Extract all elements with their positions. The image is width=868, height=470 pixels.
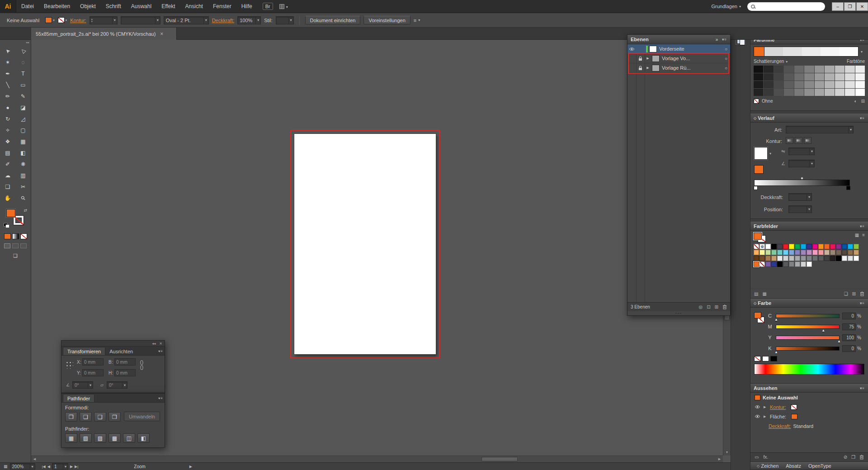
new-swatch-icon[interactable]: ⊞ bbox=[852, 291, 856, 296]
swatch[interactable]: ⊕ bbox=[760, 244, 765, 249]
collapse-icon[interactable]: ◇ bbox=[754, 301, 756, 305]
screen-mode-button[interactable]: ❏ bbox=[11, 253, 19, 259]
width-tool[interactable]: ✧ bbox=[0, 124, 15, 136]
gradient-header[interactable]: ◇ Verlauf ▾≡ bbox=[750, 114, 868, 123]
harmony-swatch[interactable] bbox=[783, 47, 802, 56]
stroke-weight-select[interactable] bbox=[90, 16, 118, 24]
swatch[interactable] bbox=[771, 261, 777, 267]
tab-zeichen[interactable]: ◇Zeichen bbox=[753, 463, 782, 469]
swatches-header[interactable]: Farbfelder ▾≡ bbox=[750, 222, 868, 231]
swatch[interactable] bbox=[789, 250, 794, 255]
close-panel-icon[interactable]: ✕ bbox=[159, 342, 162, 346]
disclosure-icon[interactable]: ▶ bbox=[645, 66, 651, 70]
channel-value-input[interactable]: 100 bbox=[842, 334, 856, 341]
variation-swatch[interactable] bbox=[804, 66, 814, 73]
variation-swatch[interactable] bbox=[835, 89, 844, 96]
brush-select[interactable]: Oval - 2 Pt. bbox=[164, 16, 209, 24]
swatch[interactable] bbox=[795, 244, 800, 249]
shape-mode-button-3[interactable]: ❒ bbox=[108, 412, 121, 422]
swatch[interactable] bbox=[783, 250, 788, 255]
swatch[interactable] bbox=[848, 256, 853, 261]
swatch[interactable] bbox=[842, 244, 847, 249]
gradient-button[interactable] bbox=[12, 233, 19, 239]
height-input[interactable]: 0 mm bbox=[114, 369, 136, 376]
disclosure-icon[interactable]: ▶ bbox=[764, 415, 768, 418]
slider-thumb[interactable]: ▲ bbox=[837, 339, 841, 343]
opacity-link[interactable]: Deckkraft: bbox=[212, 18, 235, 23]
menu-schrift[interactable]: Schrift bbox=[101, 0, 126, 13]
symbol-sprayer-tool[interactable]: ☁ bbox=[0, 170, 15, 181]
appearance-fill-row[interactable]: ▶ Fläche: bbox=[750, 412, 868, 421]
gradient-tool[interactable]: ◧ bbox=[15, 147, 31, 158]
variation-swatch[interactable] bbox=[815, 89, 824, 96]
variation-swatch[interactable] bbox=[794, 66, 804, 73]
aspect-ratio-select[interactable] bbox=[788, 160, 815, 167]
disclosure-icon[interactable]: ▶ bbox=[764, 405, 768, 409]
panel-menu-icon[interactable]: ▾≡ bbox=[722, 38, 727, 42]
swatch[interactable] bbox=[807, 256, 812, 261]
reverse-gradient-icon[interactable]: ⇋ bbox=[781, 149, 785, 154]
lock-toggle[interactable] bbox=[636, 44, 645, 53]
harmony-strip[interactable] bbox=[764, 47, 859, 57]
swatch[interactable] bbox=[789, 261, 794, 267]
pencil-tool[interactable]: ✎ bbox=[15, 90, 31, 102]
swatch[interactable] bbox=[842, 250, 847, 255]
artboard[interactable] bbox=[294, 134, 436, 354]
shear-select[interactable]: 0° bbox=[107, 381, 127, 389]
clear-appearance-icon[interactable]: ⊘ bbox=[844, 455, 847, 460]
swatch[interactable] bbox=[760, 250, 765, 255]
swatch[interactable] bbox=[836, 256, 841, 261]
pathfinder-button-4[interactable]: ◫ bbox=[123, 433, 135, 443]
artboard-select[interactable]: 1 bbox=[52, 463, 68, 470]
artboard-tool[interactable]: ❏ bbox=[0, 181, 15, 192]
horizontal-scroll-thumb[interactable] bbox=[481, 457, 518, 461]
swatch[interactable] bbox=[801, 256, 806, 261]
harmony-swatch[interactable] bbox=[821, 47, 839, 56]
swatch[interactable] bbox=[765, 261, 771, 267]
swatch[interactable] bbox=[824, 250, 830, 255]
variation-swatch[interactable] bbox=[804, 89, 814, 96]
new-effect-icon[interactable]: fx. bbox=[763, 455, 768, 460]
none-button[interactable] bbox=[20, 233, 27, 239]
y-input[interactable]: 0 mm bbox=[82, 369, 104, 376]
variation-swatch[interactable] bbox=[754, 89, 763, 96]
visibility-eye-icon[interactable] bbox=[755, 414, 761, 418]
shape-mode-button-0[interactable]: ❐ bbox=[65, 412, 77, 422]
fill-proxy[interactable] bbox=[6, 209, 15, 217]
selection-tool[interactable]: ➤ bbox=[0, 45, 15, 57]
menu-datei[interactable]: Datei bbox=[16, 0, 39, 13]
swatch[interactable] bbox=[771, 256, 777, 261]
swatch[interactable] bbox=[836, 250, 841, 255]
mesh-tool[interactable]: ▤ bbox=[0, 147, 15, 158]
variation-swatch[interactable] bbox=[754, 81, 763, 88]
menu-ansicht[interactable]: Ansicht bbox=[180, 0, 208, 13]
opacity-link[interactable]: Deckkraft: bbox=[769, 423, 791, 429]
close-button[interactable]: ✕ bbox=[856, 2, 868, 11]
swatch[interactable] bbox=[777, 261, 783, 267]
variation-swatch[interactable] bbox=[764, 66, 773, 73]
new-sublayer-icon[interactable]: ⊡ bbox=[707, 304, 710, 309]
variation-swatch[interactable] bbox=[784, 66, 793, 73]
shape-mode-button-1[interactable]: ❏ bbox=[80, 412, 92, 422]
variation-swatch[interactable] bbox=[784, 89, 793, 96]
thumbnail-view-icon[interactable]: ▦ bbox=[855, 233, 859, 237]
first-artboard-icon[interactable]: |◀ bbox=[42, 465, 46, 469]
menu-objekt[interactable]: Objekt bbox=[75, 0, 101, 13]
none-swatch-icon[interactable] bbox=[754, 99, 759, 104]
swatch[interactable] bbox=[836, 244, 841, 249]
panel-menu-icon[interactable]: ▾≡ bbox=[860, 116, 865, 120]
hand-tool[interactable]: ✋ bbox=[0, 192, 15, 204]
variation-swatch[interactable] bbox=[774, 66, 783, 73]
eraser-tool[interactable]: ◪ bbox=[15, 102, 31, 113]
variation-swatch[interactable] bbox=[825, 73, 834, 81]
menu-auswahl[interactable]: Auswahl bbox=[126, 0, 156, 13]
last-artboard-icon[interactable]: ▶| bbox=[75, 465, 78, 469]
gradient-opacity-select[interactable] bbox=[788, 193, 812, 201]
swatch[interactable] bbox=[830, 256, 835, 261]
pages-icon[interactable]: ▦ bbox=[4, 464, 8, 469]
scroll-right-icon[interactable]: ▶ bbox=[716, 456, 723, 462]
harmony-swatch[interactable] bbox=[840, 47, 858, 56]
perspective-grid-tool[interactable]: ▦ bbox=[15, 136, 31, 147]
default-fill-stroke-icon[interactable] bbox=[4, 223, 9, 228]
swatch[interactable] bbox=[848, 244, 853, 249]
